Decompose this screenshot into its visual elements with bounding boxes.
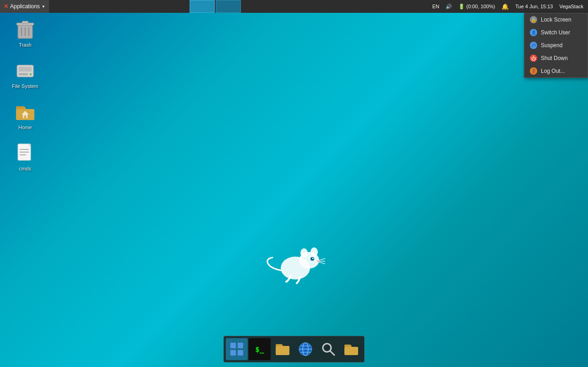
- svg-line-25: [319, 258, 325, 260]
- desktop-icon-trash[interactable]: Trash: [5, 16, 46, 49]
- svg-line-39: [330, 351, 334, 355]
- top-panel: ✕ Applications ▼ EN 🔊 🔋 (0:00, 100%) 🔔 T…: [0, 0, 588, 13]
- bell-icon: 🔔: [501, 3, 509, 10]
- home-svg: [15, 102, 35, 122]
- context-menu-switch-user[interactable]: 👤 Switch User: [524, 26, 588, 39]
- notification-bell[interactable]: 🔔: [500, 0, 511, 13]
- svg-rect-32: [276, 346, 289, 355]
- panel-right: EN 🔊 🔋 (0:00, 100%) 🔔 Tue 4 Jun, 15:13 V…: [430, 0, 588, 13]
- suspend-label: Suspend: [541, 42, 562, 49]
- switch-user-label: Switch User: [541, 29, 570, 36]
- logout-icon: 🚪: [530, 67, 537, 75]
- panel-task-2[interactable]: [216, 0, 241, 13]
- lock-screen-label: Lock Screen: [541, 16, 572, 23]
- desktop-icons: Trash File System: [5, 16, 46, 173]
- panel-center: [190, 0, 241, 13]
- context-menu-suspend[interactable]: 💤 Suspend: [524, 39, 588, 52]
- svg-rect-9: [19, 67, 32, 71]
- shut-down-label: Shut Down: [541, 55, 568, 61]
- terminal-label: $_: [255, 345, 264, 354]
- context-menu-log-out[interactable]: 🚪 Log Out...: [524, 65, 588, 77]
- svg-rect-7: [19, 73, 28, 75]
- battery-indicator[interactable]: 🔋 (0:00, 100%): [457, 0, 497, 13]
- datetime-label: Tue 4 Jun, 15:13: [515, 4, 553, 9]
- suspend-icon: 💤: [530, 42, 537, 49]
- applications-menu[interactable]: ✕ Applications ▼: [0, 0, 49, 13]
- audio-symbol: 🔊: [446, 4, 452, 10]
- audio-icon[interactable]: 🔊: [444, 0, 454, 13]
- home-icon-img: [14, 101, 36, 123]
- battery-symbol: 🔋: [458, 4, 465, 10]
- lock-screen-icon: 🔒: [530, 16, 537, 23]
- svg-rect-31: [238, 350, 243, 356]
- svg-rect-30: [230, 350, 236, 356]
- datetime-display[interactable]: Tue 4 Jun, 15:13: [513, 0, 555, 13]
- desktop-icon-cmds[interactable]: cmds: [5, 140, 46, 173]
- svg-point-23: [312, 258, 314, 259]
- trash-label: Trash: [19, 42, 32, 48]
- cmds-icon-img: [14, 142, 36, 164]
- context-menu: 🔒 Lock Screen 👤 Switch User 💤 Suspend ⏻ …: [524, 13, 588, 78]
- username-display[interactable]: VegaStack: [557, 0, 585, 13]
- taskbar-search[interactable]: [317, 338, 339, 360]
- context-menu-lock-screen[interactable]: 🔒 Lock Screen: [524, 13, 588, 26]
- filesystem-svg: [15, 60, 35, 81]
- keyboard-layout[interactable]: EN: [430, 0, 441, 13]
- panel-left: ✕ Applications ▼: [0, 0, 190, 13]
- svg-point-8: [30, 73, 32, 75]
- trash-icon-img: [14, 18, 36, 40]
- trash-svg: [15, 18, 35, 40]
- log-out-label: Log Out...: [541, 68, 565, 74]
- svg-rect-29: [238, 343, 243, 348]
- svg-rect-13: [24, 115, 26, 118]
- xfce-icon: ✕: [4, 3, 8, 10]
- context-menu-shut-down[interactable]: ⏻ Shut Down: [524, 52, 588, 65]
- cmds-label: cmds: [19, 166, 31, 171]
- mouse-mascot: [266, 243, 325, 284]
- menu-arrow-icon: ▼: [42, 5, 45, 9]
- taskbar-terminal[interactable]: $_: [249, 338, 271, 360]
- taskbar: $_: [223, 336, 365, 362]
- cmds-svg: [16, 143, 34, 163]
- switch-user-icon: 👤: [530, 29, 537, 36]
- mouse-svg: [266, 243, 325, 284]
- svg-rect-40: [344, 347, 358, 355]
- filesystem-label: File System: [12, 83, 38, 89]
- battery-label: (0:00, 100%): [466, 4, 495, 9]
- svg-rect-28: [230, 343, 236, 348]
- desktop-icon-home[interactable]: Home: [5, 99, 46, 132]
- taskbar-browser[interactable]: [294, 338, 316, 360]
- username-label: VegaStack: [559, 4, 583, 9]
- home-label: Home: [18, 125, 32, 130]
- filesystem-icon-img: [14, 60, 36, 82]
- svg-point-21: [310, 247, 318, 257]
- svg-point-20: [300, 248, 308, 257]
- keyboard-layout-label: EN: [432, 4, 439, 9]
- svg-rect-2: [22, 21, 28, 23]
- desktop-icon-filesystem[interactable]: File System: [5, 58, 46, 91]
- desktop: [0, 13, 588, 367]
- taskbar-folder[interactable]: [340, 338, 362, 360]
- shutdown-icon: ⏻: [530, 55, 537, 62]
- taskbar-workspace-switcher[interactable]: [226, 338, 248, 360]
- taskbar-files[interactable]: [272, 338, 294, 360]
- panel-task-1[interactable]: [190, 0, 215, 13]
- svg-line-27: [319, 262, 325, 264]
- applications-label: Applications: [10, 3, 40, 10]
